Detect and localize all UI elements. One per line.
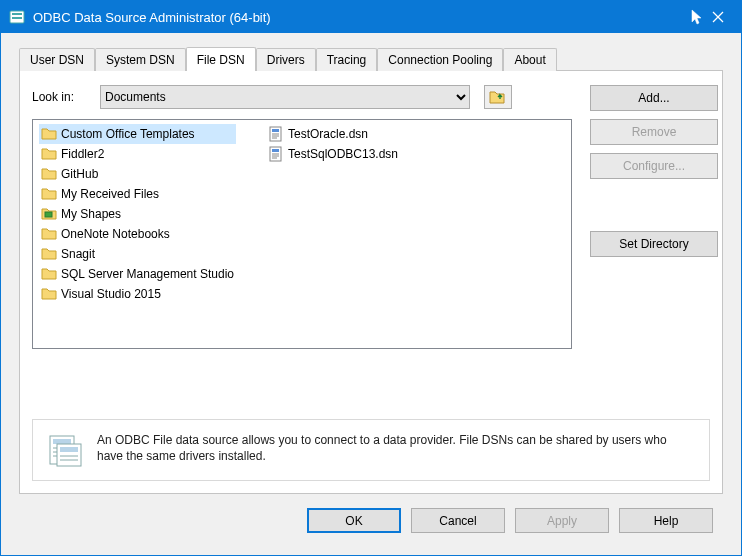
folder-label: OneNote Notebooks [61,227,170,241]
look-in-label: Look in: [32,90,86,104]
add-button[interactable]: Add... [590,85,718,111]
apply-button[interactable]: Apply [515,508,609,533]
folder-item[interactable]: Custom Office Templates [39,124,236,144]
svg-rect-1 [12,13,22,15]
folder-icon [41,126,57,142]
folder-item[interactable]: GitHub [39,164,236,184]
folder-item[interactable]: SQL Server Management Studio [39,264,236,284]
svg-rect-22 [60,447,78,452]
folder-label: GitHub [61,167,98,181]
folder-icon [41,266,57,282]
tab-connection-pooling[interactable]: Connection Pooling [377,48,503,71]
folder-icon [41,286,57,302]
tab-drivers[interactable]: Drivers [256,48,316,71]
folder-item[interactable]: Snagit [39,244,236,264]
close-icon [712,11,724,23]
set-directory-button[interactable]: Set Directory [590,231,718,257]
content-row: Custom Office Templates Fiddler2 [32,119,710,403]
folder-label: SQL Server Management Studio [61,267,234,281]
datasource-icon [47,432,83,468]
folder-label: Snagit [61,247,95,261]
client-area: User DSN System DSN File DSN Drivers Tra… [1,33,741,555]
folder-icon [41,166,57,182]
help-button[interactable]: Help [619,508,713,533]
folder-item[interactable]: OneNote Notebooks [39,224,236,244]
folder-item[interactable]: Visual Studio 2015 [39,284,236,304]
dsn-file-item[interactable]: TestOracle.dsn [266,124,400,144]
dsn-file-icon [268,146,284,162]
tab-tracing[interactable]: Tracing [316,48,378,71]
folder-icon [41,146,57,162]
file-label: TestOracle.dsn [288,127,368,141]
look-in-select[interactable]: Documents [100,85,470,109]
folder-up-button[interactable] [484,85,512,109]
remove-button[interactable]: Remove [590,119,718,145]
button-spacer [590,187,710,223]
svg-rect-17 [53,439,71,444]
dsn-file-icon [268,126,284,142]
folder-special-icon [41,206,57,222]
tab-strip: User DSN System DSN File DSN Drivers Tra… [13,44,729,71]
svg-rect-7 [272,129,279,132]
svg-rect-12 [272,149,279,152]
folder-column: Custom Office Templates Fiddler2 [39,124,236,344]
window-title: ODBC Data Source Administrator (64-bit) [33,10,679,25]
folder-item[interactable]: My Received Files [39,184,236,204]
info-panel: An ODBC File data source allows you to c… [32,419,710,481]
folder-label: Custom Office Templates [61,127,195,141]
folder-label: Fiddler2 [61,147,104,161]
dialog-footer: OK Cancel Apply Help [13,500,729,543]
folder-icon [41,186,57,202]
side-button-column: Add... Remove Configure... Set Directory [590,85,710,403]
folder-up-icon [489,89,507,105]
titlebar: ODBC Data Source Administrator (64-bit) [1,1,741,33]
tab-user-dsn[interactable]: User DSN [19,48,95,71]
file-column: TestOracle.dsn [266,124,400,344]
app-icon [9,9,25,25]
svg-rect-5 [45,212,52,217]
file-list[interactable]: Custom Office Templates Fiddler2 [32,119,572,349]
svg-rect-2 [12,17,22,19]
file-label: TestSqlODBC13.dsn [288,147,398,161]
dsn-file-item[interactable]: TestSqlODBC13.dsn [266,144,400,164]
folder-label: My Received Files [61,187,159,201]
folder-icon [41,246,57,262]
folder-item[interactable]: Fiddler2 [39,144,236,164]
cancel-button[interactable]: Cancel [411,508,505,533]
folder-label: My Shapes [61,207,121,221]
configure-button[interactable]: Configure... [590,153,718,179]
folder-label: Visual Studio 2015 [61,287,161,301]
ok-button[interactable]: OK [307,508,401,533]
tab-about[interactable]: About [503,48,556,71]
cursor-icon [691,9,707,25]
tab-body-file-dsn: Look in: Documents [19,70,723,494]
tab-system-dsn[interactable]: System DSN [95,48,186,71]
info-text: An ODBC File data source allows you to c… [97,432,695,464]
folder-icon [41,226,57,242]
window-frame: ODBC Data Source Administrator (64-bit) … [0,0,742,556]
folder-item[interactable]: My Shapes [39,204,236,224]
tab-file-dsn[interactable]: File DSN [186,47,256,70]
